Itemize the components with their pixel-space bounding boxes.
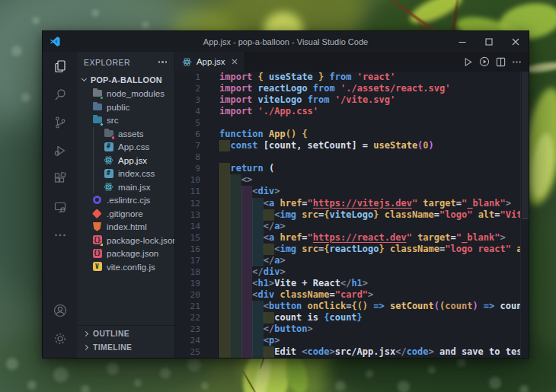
tree-item-src[interactable]: src — [77, 113, 174, 127]
npm-icon: {} — [92, 248, 102, 258]
code-line-5[interactable]: 5 — [175, 117, 520, 129]
tree-item-main-jsx[interactable]: main.jsx — [77, 180, 174, 194]
line-number[interactable]: 23 — [175, 323, 215, 335]
line-number[interactable]: 13 — [175, 209, 215, 221]
code-line-12[interactable]: 12<a href="https://vitejs.dev" target="_… — [175, 198, 520, 209]
account-icon[interactable] — [51, 301, 69, 320]
line-content: import viteLogo from '/vite.svg' — [219, 94, 395, 106]
code-line-1[interactable]: 1import { useState } from 'react' — [175, 72, 520, 83]
tree-item-index-css[interactable]: #index.css — [77, 167, 174, 180]
code-line-15[interactable]: 15<a href="https://react.dev" target="_b… — [175, 232, 520, 244]
code-line-7[interactable]: 7const [count, setCount] = useState(0) — [175, 140, 520, 151]
code-line-11[interactable]: 11<div> — [175, 186, 520, 197]
tree-item-package-json[interactable]: {}package.json — [77, 247, 174, 260]
folder-icon — [92, 88, 102, 98]
line-number[interactable]: 6 — [175, 129, 215, 140]
explorer-more-icon[interactable] — [158, 61, 168, 63]
more-icon[interactable] — [51, 226, 69, 244]
maximize-button[interactable] — [475, 31, 502, 52]
split-editor-icon[interactable] — [496, 57, 506, 67]
line-number[interactable]: 24 — [175, 335, 215, 346]
code-line-25[interactable]: 25Edit <code>src/App.jsx</code> and save… — [175, 346, 520, 358]
code-line-3[interactable]: 3import viteLogo from '/vite.svg' — [175, 94, 520, 106]
tree-item-app-jsx[interactable]: App.jsx — [77, 154, 174, 167]
line-number[interactable]: 9 — [175, 163, 215, 174]
line-number[interactable]: 2 — [175, 83, 215, 94]
code-line-22[interactable]: 22count is {count} — [175, 312, 520, 323]
tree-item-vite-config-js[interactable]: Vvite.config.js — [77, 260, 174, 274]
code-line-8[interactable]: 8 — [175, 151, 520, 163]
tree-item-index-html[interactable]: index.html — [77, 220, 174, 234]
tab-close-icon[interactable] — [232, 59, 238, 65]
line-number[interactable]: 11 — [175, 186, 215, 197]
line-number[interactable]: 25 — [175, 346, 215, 358]
indent-guide — [252, 255, 263, 266]
scrollbar-slider[interactable] — [522, 72, 529, 219]
code-line-10[interactable]: 10<> — [175, 174, 520, 186]
code-line-4[interactable]: 4import './App.css' — [175, 106, 520, 117]
explorer-icon[interactable] — [51, 57, 69, 75]
project-root-row[interactable]: POP-A-BALLOON — [77, 72, 174, 87]
code-token: > — [274, 186, 280, 197]
line-number[interactable]: 7 — [175, 140, 215, 151]
tree-item-app-css[interactable]: #App.css — [77, 140, 174, 154]
editor-scrollbar[interactable] — [520, 72, 529, 358]
tree-item-public[interactable]: public — [77, 100, 174, 114]
run-and-debug-icon[interactable] — [51, 142, 69, 160]
title-bar[interactable]: App.jsx - pop-a-balloon - Visual Studio … — [43, 31, 529, 52]
search-icon[interactable] — [51, 85, 69, 104]
source-control-icon[interactable] — [51, 113, 69, 132]
code-token: className — [390, 244, 439, 255]
tree-item--eslintrc-cjs[interactable]: .eslintrc.cjs — [77, 193, 174, 207]
code-line-20[interactable]: 20<div className="card"> — [175, 289, 520, 301]
code-line-14[interactable]: 14</a> — [175, 221, 520, 232]
line-number[interactable]: 5 — [175, 117, 215, 129]
code-line-17[interactable]: 17</a> — [175, 255, 520, 266]
code-line-19[interactable]: 19<h1>Vite + React</h1> — [175, 278, 520, 289]
code-editor[interactable]: 1import { useState } from 'react'2import… — [175, 72, 529, 358]
run-or-debug-icon[interactable] — [479, 56, 490, 67]
code-line-13[interactable]: 13<img src={viteLogo} className="logo" a… — [175, 209, 520, 221]
line-number[interactable]: 3 — [175, 94, 215, 106]
tree-item--gitignore[interactable]: .gitignore — [77, 207, 174, 221]
line-number[interactable]: 8 — [175, 151, 215, 163]
outline-section[interactable]: OUTLINE — [77, 327, 174, 341]
line-number[interactable]: 21 — [175, 301, 215, 312]
line-number[interactable]: 1 — [175, 72, 215, 83]
run-icon[interactable] — [463, 57, 473, 67]
code-line-16[interactable]: 16<img src={reactLogo} className="logo r… — [175, 244, 520, 255]
line-number[interactable]: 4 — [175, 106, 215, 117]
tree-item-assets[interactable]: assets — [77, 127, 174, 141]
tree-item-package-lock-json[interactable]: {}package-lock.json — [77, 234, 174, 247]
line-number[interactable]: 12 — [175, 198, 215, 209]
code-token: import — [219, 106, 252, 117]
code-line-9[interactable]: 9return ( — [175, 163, 520, 174]
line-number[interactable]: 14 — [175, 221, 215, 232]
line-number[interactable]: 22 — [175, 312, 215, 323]
indent-guide — [264, 209, 274, 221]
code-token: from — [308, 94, 330, 106]
code-line-24[interactable]: 24<p> — [175, 335, 520, 346]
line-number[interactable]: 20 — [175, 289, 215, 301]
tab-app-jsx[interactable]: App.jsx — [175, 52, 245, 72]
close-button[interactable] — [502, 31, 529, 52]
line-number[interactable]: 19 — [175, 278, 215, 289]
indent-guide — [241, 209, 252, 221]
code-line-21[interactable]: 21<button onClick={() => setCount((count… — [175, 301, 520, 312]
line-number[interactable]: 10 — [175, 174, 215, 186]
code-line-23[interactable]: 23</button> — [175, 323, 520, 335]
remote-explorer-icon[interactable] — [51, 198, 69, 216]
code-line-2[interactable]: 2import reactLogo from './assets/react.s… — [175, 83, 520, 94]
timeline-section[interactable]: TIMELINE — [77, 341, 174, 355]
settings-gear-icon[interactable] — [51, 330, 69, 348]
tree-item-node-modules[interactable]: node_modules — [77, 87, 174, 100]
code-line-6[interactable]: 6function App() { — [175, 129, 520, 140]
line-number[interactable]: 16 — [175, 244, 215, 255]
more-actions-icon[interactable] — [512, 57, 522, 67]
minimize-button[interactable] — [449, 31, 475, 52]
line-number[interactable]: 15 — [175, 232, 215, 244]
extensions-icon[interactable] — [51, 170, 69, 188]
line-number[interactable]: 17 — [175, 255, 215, 266]
line-number[interactable]: 18 — [175, 266, 215, 278]
code-line-18[interactable]: 18</div> — [175, 266, 520, 278]
